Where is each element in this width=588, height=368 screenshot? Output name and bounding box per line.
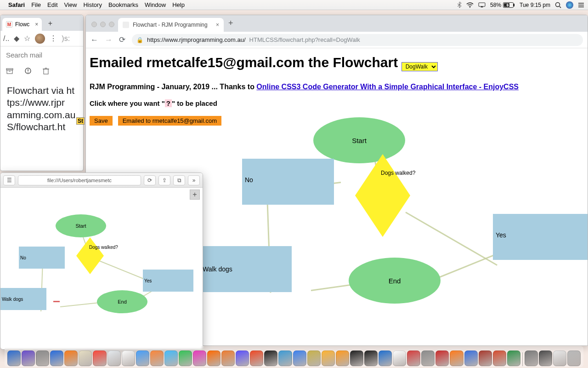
- spotlight-icon[interactable]: [555, 2, 561, 8]
- dock-app-8[interactable]: [122, 351, 135, 366]
- menu-view[interactable]: View: [64, 1, 77, 8]
- save-button[interactable]: Save: [90, 116, 113, 126]
- dock-app-22[interactable]: [322, 351, 335, 366]
- dock-app-1[interactable]: [22, 351, 35, 366]
- menu-help[interactable]: Help: [172, 1, 185, 8]
- archive-icon[interactable]: [6, 67, 13, 76]
- sf-node-end[interactable]: End: [97, 290, 147, 313]
- dock-app-29[interactable]: [421, 351, 435, 366]
- dock-app-26[interactable]: [379, 351, 392, 366]
- sf-node-walk[interactable]: Walk dogs: [0, 288, 46, 310]
- dock-app-12[interactable]: [179, 351, 192, 366]
- window-traffic-lights[interactable]: [89, 22, 118, 32]
- dock-app-19[interactable]: [278, 351, 292, 366]
- dock-app-11[interactable]: [164, 351, 178, 366]
- new-tab-button[interactable]: +: [228, 18, 233, 28]
- tab-close-icon[interactable]: ×: [216, 22, 219, 28]
- spam-icon[interactable]: [24, 67, 32, 76]
- kebab-menu-icon[interactable]: ⋮: [50, 34, 57, 43]
- sf-node-start[interactable]: Start: [56, 214, 106, 237]
- airplay-icon[interactable]: [478, 2, 486, 8]
- dock-app-3[interactable]: [50, 351, 63, 366]
- dock-app-0[interactable]: [7, 351, 21, 366]
- sf-new-tab-button[interactable]: +: [190, 190, 200, 200]
- dock-app-33[interactable]: [479, 351, 492, 366]
- dock-app-14[interactable]: [207, 351, 220, 366]
- bookmark-star-icon[interactable]: ☆: [24, 34, 30, 43]
- dock-app-21[interactable]: [307, 351, 321, 366]
- background-chrome-window[interactable]: M Flowc × + /.. ◆ ☆ ⋮ )s: Search mail Fl…: [0, 15, 84, 171]
- clock[interactable]: Tue 9:15 pm: [520, 2, 550, 8]
- dock-app-4[interactable]: [64, 351, 78, 366]
- dock-app-24[interactable]: [350, 351, 363, 366]
- main-tab-flowchart[interactable]: Flowchart - RJM Programming ×: [118, 18, 224, 32]
- active-app-name[interactable]: Safari: [8, 1, 25, 8]
- node-end[interactable]: End: [349, 258, 441, 304]
- dock-app-35[interactable]: [507, 351, 520, 366]
- dock-app-39[interactable]: [567, 351, 581, 366]
- dock-app-7[interactable]: [107, 351, 121, 366]
- bg-tab-close-icon[interactable]: ×: [35, 21, 38, 28]
- macos-dock[interactable]: [5, 346, 583, 367]
- sf-node-no[interactable]: No: [19, 247, 65, 269]
- nav-back-icon[interactable]: ←: [90, 35, 98, 45]
- sf-more-icon[interactable]: »: [188, 175, 200, 185]
- dock-app-37[interactable]: [539, 351, 552, 366]
- dock-app-28[interactable]: [407, 351, 420, 366]
- dock-app-17[interactable]: [250, 351, 263, 366]
- profile-avatar[interactable]: [35, 34, 45, 44]
- bg-newtab-button[interactable]: +: [45, 19, 55, 28]
- dock-app-10[interactable]: [150, 351, 164, 366]
- dock-app-9[interactable]: [136, 351, 149, 366]
- dock-app-31[interactable]: [450, 351, 463, 366]
- dock-app-15[interactable]: [221, 351, 235, 366]
- dock-app-16[interactable]: [236, 351, 249, 366]
- dock-app-6[interactable]: [93, 351, 106, 366]
- dock-app-32[interactable]: [464, 351, 478, 366]
- trash-icon[interactable]: [43, 67, 49, 76]
- emailed-button[interactable]: Emailed to rmetcalfe15@gmail.com: [118, 116, 221, 126]
- safari-preview-window[interactable]: ☰ file:///Users/robertjamesmetc ⟳ ⇪ ⧉ » …: [0, 172, 203, 350]
- node-yes[interactable]: Yes: [493, 214, 588, 260]
- dock-app-20[interactable]: [293, 351, 306, 366]
- menu-history[interactable]: History: [83, 1, 102, 8]
- dock-app-38[interactable]: [553, 351, 566, 366]
- notification-center-icon[interactable]: [578, 2, 584, 8]
- sf-reload-icon[interactable]: ⟳: [144, 175, 156, 185]
- dock-app-13[interactable]: [193, 351, 206, 366]
- flowchart-select[interactable]: DogWalk: [401, 56, 438, 72]
- dock-app-25[interactable]: [364, 351, 378, 366]
- email-subject[interactable]: Flowchart via https://www.rjpramming.com…: [0, 80, 83, 138]
- sf-flowchart-canvas[interactable]: Start Dogs walked? No Yes Walk dogs End: [0, 201, 203, 349]
- battery-status[interactable]: 58%: [490, 2, 515, 8]
- menu-bookmarks[interactable]: Bookmarks: [108, 1, 138, 8]
- siri-icon[interactable]: [566, 1, 573, 9]
- nav-reload-icon[interactable]: ⟳: [119, 35, 125, 45]
- sf-node-decision[interactable]: Dogs walked?: [76, 237, 104, 274]
- dock-app-18[interactable]: [264, 351, 277, 366]
- dock-app-34[interactable]: [493, 351, 506, 366]
- node-no[interactable]: No: [242, 159, 334, 205]
- sf-sidebar-icon[interactable]: ☰: [3, 175, 15, 185]
- reader-icon[interactable]: ◆: [14, 34, 19, 43]
- dock-app-36[interactable]: [525, 351, 538, 366]
- dock-app-27[interactable]: [393, 351, 406, 366]
- node-walk-dogs[interactable]: Walk dogs: [200, 246, 292, 292]
- dock-app-2[interactable]: [36, 351, 49, 366]
- menu-edit[interactable]: Edit: [47, 1, 57, 8]
- dock-app-23[interactable]: [336, 351, 349, 366]
- sf-share-icon[interactable]: ⇪: [158, 175, 170, 185]
- bluetooth-icon[interactable]: [457, 2, 462, 8]
- gmail-search-input[interactable]: Search mail: [0, 46, 83, 63]
- bg-tab-gmail[interactable]: M Flowc ×: [2, 18, 42, 31]
- dock-app-5[interactable]: [79, 351, 92, 366]
- menu-file[interactable]: File: [31, 1, 41, 8]
- sf-address-bar[interactable]: file:///Users/robertjamesmetc: [18, 175, 141, 185]
- address-bar[interactable]: 🔒 https://www.rjmprogramming.com.au/HTML…: [132, 34, 583, 46]
- sf-node-yes[interactable]: Yes: [143, 270, 193, 292]
- sf-tabs-icon[interactable]: ⧉: [173, 175, 185, 185]
- enjoycss-link[interactable]: Online CSS3 Code Generator With a Simple…: [256, 83, 519, 91]
- wifi-icon[interactable]: [466, 2, 474, 8]
- node-decision[interactable]: Dogs walked?: [355, 154, 410, 237]
- dock-app-30[interactable]: [435, 351, 449, 366]
